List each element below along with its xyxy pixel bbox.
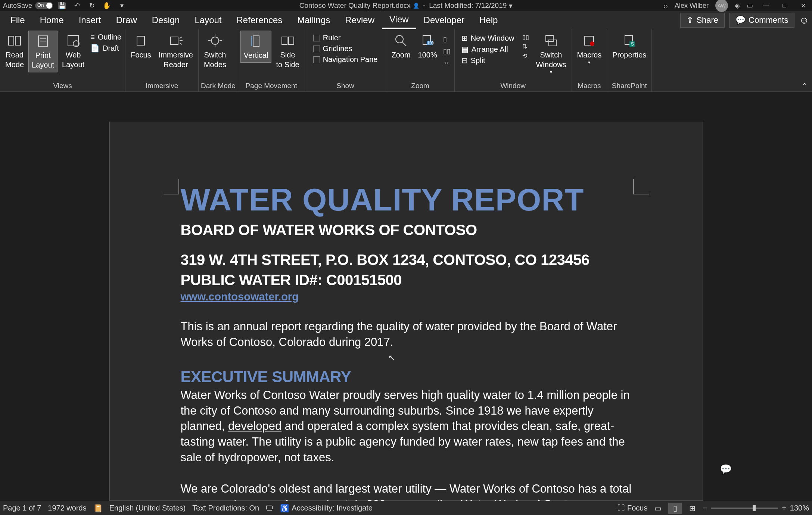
svg-point-26 xyxy=(590,41,594,46)
zoom-in-button[interactable]: + xyxy=(782,504,786,512)
user-avatar[interactable]: AW xyxy=(715,0,728,12)
macros-button[interactable]: Macros ▾ xyxy=(574,31,605,68)
feedback-icon[interactable]: ☺ xyxy=(799,15,809,26)
tab-developer[interactable]: Developer xyxy=(416,11,472,29)
document-address-2[interactable]: PUBLIC WATER ID#: C00151500 xyxy=(181,270,632,290)
reset-position-icon[interactable]: ⟲ xyxy=(522,52,530,60)
accessibility-status[interactable]: ♿ Accessibility: Investigate xyxy=(280,504,373,513)
navigation-pane-checkbox[interactable]: Navigation Pane xyxy=(312,54,379,65)
properties-button[interactable]: S Properties xyxy=(609,31,649,62)
tab-review[interactable]: Review xyxy=(337,11,382,29)
tab-draw[interactable]: Draw xyxy=(109,11,144,29)
tab-view[interactable]: View xyxy=(382,11,416,29)
ribbon-mode-icon[interactable]: ▭ xyxy=(747,1,753,10)
undo-icon[interactable]: ↶ xyxy=(72,1,81,10)
switch-windows-icon xyxy=(543,33,559,49)
vertical-button[interactable]: Vertical xyxy=(240,31,272,63)
comment-indicator-icon[interactable]: 💬 xyxy=(720,464,732,475)
switch-windows-button[interactable]: Switch Windows ▾ xyxy=(533,31,569,78)
chevron-down-icon: ▾ xyxy=(588,60,590,66)
read-view-button[interactable]: ▭ xyxy=(651,503,665,514)
autosave-toggle[interactable]: On xyxy=(35,2,53,9)
one-page-icon[interactable]: ▯ xyxy=(442,34,452,45)
document-paragraph[interactable]: We are Colorado's oldest and largest wat… xyxy=(181,481,632,501)
group-macros-label: Macros xyxy=(574,80,605,91)
minimize-button[interactable]: — xyxy=(760,1,772,10)
page-count-status[interactable]: Page 1 of 7 xyxy=(3,504,41,512)
multi-page-icon[interactable]: ▯▯ xyxy=(442,46,452,57)
document-section-heading[interactable]: EXECUTIVE SUMMARY xyxy=(181,368,632,386)
tab-file[interactable]: File xyxy=(3,11,32,29)
split-button[interactable]: ⊟Split xyxy=(460,55,516,66)
focus-button[interactable]: Focus xyxy=(128,31,154,62)
zoom-out-button[interactable]: − xyxy=(703,504,707,512)
svg-text:100: 100 xyxy=(427,41,434,45)
side-to-side-icon xyxy=(280,33,296,49)
zoom-slider[interactable] xyxy=(711,508,778,509)
document-address-1[interactable]: 319 W. 4TH STREET, P.O. BOX 1234, CONTOS… xyxy=(181,250,632,270)
tab-layout[interactable]: Layout xyxy=(187,11,229,29)
group-views-label: Views xyxy=(2,80,123,91)
collapse-ribbon-button[interactable]: ⌃ xyxy=(797,80,812,91)
spellcheck-underline[interactable]: developed xyxy=(228,419,281,433)
maximize-button[interactable]: □ xyxy=(778,1,790,10)
document-paragraph[interactable]: This is an annual report regarding the q… xyxy=(181,319,632,350)
ruler-checkbox[interactable]: Ruler xyxy=(312,33,379,43)
group-darkmode-label: Dark Mode xyxy=(201,80,236,91)
svg-rect-7 xyxy=(137,36,144,45)
tab-insert[interactable]: Insert xyxy=(71,11,109,29)
comments-button[interactable]: 💬 Comments xyxy=(729,13,794,28)
group-sharepoint-label: SharePoint xyxy=(609,80,649,91)
document-page[interactable]: WATER QUALITY REPORT BOARD OF WATER WORK… xyxy=(109,122,703,501)
document-paragraph[interactable]: Water Works of Contoso Water proudly ser… xyxy=(181,387,632,465)
zoom-100-button[interactable]: 100 100% xyxy=(415,31,440,62)
page-width-icon[interactable]: ↔ xyxy=(442,57,452,68)
diamond-icon[interactable]: ◈ xyxy=(735,1,740,10)
document-canvas[interactable]: WATER QUALITY REPORT BOARD OF WATER WORK… xyxy=(0,92,812,501)
tab-help[interactable]: Help xyxy=(472,11,505,29)
read-mode-button[interactable]: Read Mode xyxy=(2,31,27,72)
tab-home[interactable]: Home xyxy=(32,11,71,29)
share-button[interactable]: ⇪ Share xyxy=(680,13,725,28)
switch-modes-button[interactable]: Switch Modes xyxy=(201,31,229,72)
new-window-button[interactable]: ⊞New Window xyxy=(460,33,516,43)
user-name: Alex Wilber xyxy=(675,2,709,10)
draft-button[interactable]: 📄 Draft xyxy=(89,43,123,53)
print-layout-button[interactable]: Print Layout xyxy=(28,31,57,72)
outline-button[interactable]: ≡ Outline xyxy=(89,32,123,42)
search-icon[interactable]: ⌕ xyxy=(663,1,668,10)
document-heading-2[interactable]: BOARD OF WATER WORKS OF CONTOSO xyxy=(181,222,632,238)
text-predictions-status[interactable]: Text Predictions: On xyxy=(192,504,259,512)
properties-icon: S xyxy=(622,33,637,49)
arrange-all-button[interactable]: ▤Arrange All xyxy=(460,44,516,54)
document-hyperlink[interactable]: www.contosowater.org xyxy=(181,291,299,303)
zoom-percent-label[interactable]: 130% xyxy=(790,504,809,512)
language-status[interactable]: English (United States) xyxy=(109,504,186,512)
focus-mode-button[interactable]: ⛶ Focus xyxy=(617,504,647,512)
web-layout-icon xyxy=(65,33,81,49)
sync-scroll-icon[interactable]: ⇅ xyxy=(522,42,530,51)
immersive-reader-icon xyxy=(168,33,184,49)
spellcheck-status-icon[interactable]: 📔 xyxy=(93,504,103,513)
word-count-status[interactable]: 1972 words xyxy=(48,504,86,512)
tab-references[interactable]: References xyxy=(229,11,290,29)
title-dropdown-icon[interactable]: ▾ xyxy=(509,1,513,10)
zoom-button[interactable]: Zoom xyxy=(388,31,413,62)
qat-dropdown-icon[interactable]: ▾ xyxy=(117,1,126,10)
document-heading-1[interactable]: WATER QUALITY REPORT xyxy=(181,182,632,218)
close-button[interactable]: ✕ xyxy=(797,1,809,10)
print-view-button[interactable]: ▯ xyxy=(668,503,682,514)
view-side-icon[interactable]: ▯▯ xyxy=(522,33,530,41)
redo-icon[interactable]: ↻ xyxy=(87,1,96,10)
web-view-button[interactable]: ⊞ xyxy=(685,503,699,514)
gridlines-checkbox[interactable]: Gridlines xyxy=(312,44,379,54)
touch-icon[interactable]: ✋ xyxy=(102,1,111,10)
display-settings-icon[interactable]: 🖵 xyxy=(266,504,273,512)
side-to-side-button[interactable]: Side to Side xyxy=(273,31,302,72)
save-icon[interactable]: 💾 xyxy=(57,1,66,10)
tab-mailings[interactable]: Mailings xyxy=(290,11,337,29)
last-modified-label: Last Modified: 7/12/2019 xyxy=(429,1,507,10)
tab-design[interactable]: Design xyxy=(144,11,187,29)
immersive-reader-button[interactable]: Immersive Reader xyxy=(156,31,196,72)
web-layout-button[interactable]: Web Layout xyxy=(59,31,87,72)
